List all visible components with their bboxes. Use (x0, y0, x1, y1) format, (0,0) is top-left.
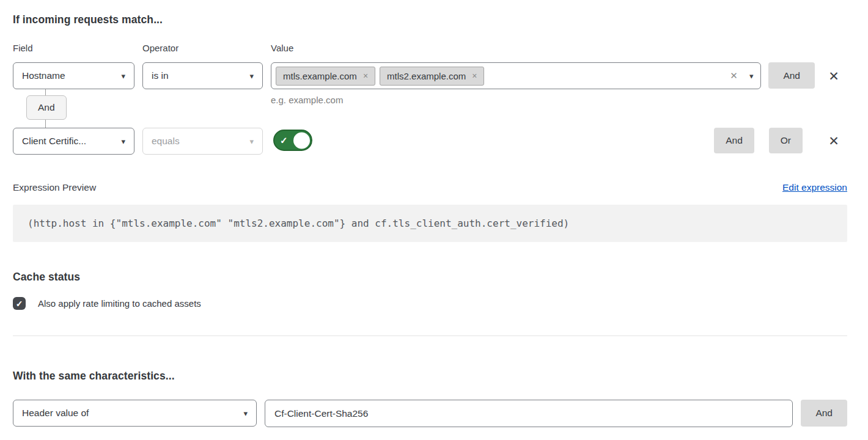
value-helper-text: e.g. example.com (271, 95, 761, 105)
connector-line (45, 120, 46, 128)
chevron-down-icon[interactable]: ▾ (749, 72, 754, 81)
rule-row-2: Client Certific... ▾ equals ▾ ✓ And Or ✕ (13, 128, 847, 155)
operator-select-2-value: equals (152, 136, 180, 147)
chevron-down-icon: ▾ (243, 409, 248, 417)
add-or-condition-button[interactable]: Or (769, 128, 803, 153)
add-characteristic-button[interactable]: And (801, 400, 847, 427)
value-tag-label: mtls.example.com (283, 71, 357, 81)
section-divider (13, 336, 847, 336)
chevron-down-icon: ▾ (249, 138, 254, 145)
expression-header: Expression Preview Edit expression (13, 182, 847, 193)
connector-line (45, 89, 46, 95)
operator-select-1[interactable]: is in ▾ (142, 62, 263, 89)
value-controls: ✕ ▾ (730, 70, 753, 81)
tag-remove-icon[interactable]: × (363, 71, 368, 81)
add-and-condition-button[interactable]: And (714, 128, 754, 153)
characteristic-select[interactable]: Header value of ▾ (13, 400, 257, 427)
operator-select-1-value: is in (152, 70, 169, 81)
chevron-down-icon: ▾ (121, 72, 125, 80)
expression-code: (http.host in {"mtls.example.com" "mtls2… (28, 218, 569, 229)
cache-status-title: Cache status (13, 271, 847, 284)
characteristics-row: Header value of ▾ And (13, 400, 847, 427)
field-select-1-value: Hostname (22, 70, 65, 81)
cache-checkbox-row: ✓ Also apply rate limiting to cached ass… (13, 297, 847, 310)
operator-column-label: Operator (142, 43, 263, 53)
remove-row-slot: ✕ (826, 128, 841, 153)
chevron-down-icon: ▾ (121, 138, 125, 145)
field-select-2-value: Client Certific... (22, 136, 86, 147)
close-icon[interactable]: ✕ (828, 134, 839, 147)
expression-code-block: (http.host in {"mtls.example.com" "mtls2… (13, 205, 847, 242)
value-column-label: Value (271, 43, 293, 53)
toggle-knob (293, 132, 310, 148)
value-tag: mtls2.example.com × (380, 67, 484, 86)
field-select-1[interactable]: Hostname ▾ (13, 62, 134, 89)
column-labels: Field Operator Value (13, 43, 847, 53)
clear-icon[interactable]: ✕ (730, 70, 738, 81)
rule-builder: If incoming requests match... Field Oper… (0, 0, 868, 427)
operator-select-2: equals ▾ (142, 128, 263, 155)
match-section-title: If incoming requests match... (13, 13, 847, 26)
value-column: mtls.example.com × mtls2.example.com × ✕… (271, 62, 761, 105)
cached-assets-checkbox[interactable]: ✓ (13, 297, 26, 310)
header-name-input[interactable] (265, 400, 793, 427)
expression-preview-label: Expression Preview (13, 182, 96, 193)
chevron-down-icon: ▾ (249, 72, 254, 80)
check-icon: ✓ (16, 299, 23, 308)
cached-assets-checkbox-label: Also apply rate limiting to cached asset… (38, 298, 201, 309)
cert-verified-toggle[interactable]: ✓ (273, 130, 312, 151)
edit-expression-link[interactable]: Edit expression (782, 182, 847, 193)
close-icon[interactable]: ✕ (828, 70, 839, 82)
field-column-label: Field (13, 43, 134, 53)
remove-row-slot: ✕ (826, 62, 841, 89)
characteristic-select-value: Header value of (22, 408, 89, 419)
value-tag: mtls.example.com × (276, 67, 375, 86)
value-multiselect[interactable]: mtls.example.com × mtls2.example.com × ✕… (271, 62, 761, 89)
characteristics-title: With the same characteristics... (13, 370, 847, 383)
tag-remove-icon[interactable]: × (472, 71, 477, 81)
field-select-2[interactable]: Client Certific... ▾ (13, 128, 134, 155)
row-2-actions: And Or ✕ (714, 128, 847, 153)
connector-and-button[interactable]: And (26, 95, 67, 120)
add-and-condition-button[interactable]: And (768, 62, 815, 89)
check-icon: ✓ (280, 135, 288, 146)
value-tag-label: mtls2.example.com (387, 71, 466, 81)
